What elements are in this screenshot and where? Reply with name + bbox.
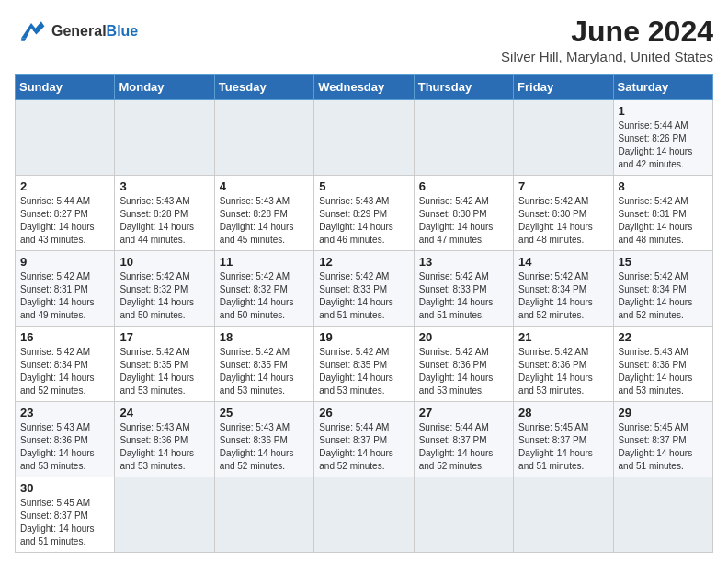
calendar-cell: 9Sunrise: 5:42 AM Sunset: 8:31 PM Daylig…: [16, 251, 115, 327]
calendar-cell: 28Sunrise: 5:45 AM Sunset: 8:37 PM Dayli…: [514, 402, 613, 477]
day-info: Sunrise: 5:42 AM Sunset: 8:32 PM Dayligh…: [220, 270, 309, 322]
week-row-4: 16Sunrise: 5:42 AM Sunset: 8:34 PM Dayli…: [16, 327, 713, 402]
day-info: Sunrise: 5:42 AM Sunset: 8:31 PM Dayligh…: [619, 195, 708, 247]
calendar-cell: 27Sunrise: 5:44 AM Sunset: 8:37 PM Dayli…: [414, 402, 513, 477]
logo-text: GeneralBlue: [51, 23, 138, 40]
week-row-6: 30Sunrise: 5:45 AM Sunset: 8:37 PM Dayli…: [16, 477, 713, 553]
day-info: Sunrise: 5:42 AM Sunset: 8:36 PM Dayligh…: [419, 346, 508, 397]
day-info: Sunrise: 5:42 AM Sunset: 8:35 PM Dayligh…: [319, 346, 408, 397]
calendar-cell: [514, 477, 613, 553]
day-number: 4: [220, 179, 309, 193]
day-number: 16: [20, 330, 109, 344]
weekday-header-friday: Friday: [514, 75, 613, 100]
calendar-cell: [414, 100, 513, 176]
calendar-cell: [314, 477, 414, 553]
calendar-cell: 19Sunrise: 5:42 AM Sunset: 8:35 PM Dayli…: [314, 327, 414, 402]
weekday-header-thursday: Thursday: [414, 75, 513, 100]
day-number: 17: [119, 330, 209, 344]
calendar-cell: 29Sunrise: 5:45 AM Sunset: 8:37 PM Dayli…: [613, 402, 712, 477]
day-info: Sunrise: 5:44 AM Sunset: 8:37 PM Dayligh…: [319, 421, 408, 473]
day-number: 26: [319, 406, 408, 419]
calendar-cell: 2Sunrise: 5:44 AM Sunset: 8:27 PM Daylig…: [16, 176, 115, 251]
week-row-5: 23Sunrise: 5:43 AM Sunset: 8:36 PM Dayli…: [16, 402, 713, 477]
day-number: 23: [20, 406, 109, 419]
day-number: 18: [220, 330, 309, 344]
day-number: 15: [619, 255, 708, 269]
day-number: 9: [20, 255, 109, 269]
day-info: Sunrise: 5:42 AM Sunset: 8:30 PM Dayligh…: [419, 195, 508, 247]
weekday-header-tuesday: Tuesday: [214, 75, 313, 100]
calendar-cell: [514, 100, 613, 176]
svg-marker-0: [21, 21, 44, 38]
day-info: Sunrise: 5:43 AM Sunset: 8:36 PM Dayligh…: [119, 421, 209, 473]
page-header: GeneralBlue June 2024 Silver Hill, Maryl…: [15, 15, 713, 64]
day-number: 5: [319, 179, 408, 193]
day-number: 20: [419, 330, 508, 344]
calendar-cell: 26Sunrise: 5:44 AM Sunset: 8:37 PM Dayli…: [314, 402, 414, 477]
calendar-cell: 4Sunrise: 5:43 AM Sunset: 8:28 PM Daylig…: [214, 176, 313, 251]
day-info: Sunrise: 5:43 AM Sunset: 8:28 PM Dayligh…: [119, 195, 209, 247]
day-info: Sunrise: 5:42 AM Sunset: 8:30 PM Dayligh…: [518, 195, 608, 247]
calendar-cell: 21Sunrise: 5:42 AM Sunset: 8:36 PM Dayli…: [514, 327, 613, 402]
day-info: Sunrise: 5:42 AM Sunset: 8:35 PM Dayligh…: [220, 346, 309, 397]
day-info: Sunrise: 5:42 AM Sunset: 8:35 PM Dayligh…: [119, 346, 209, 397]
svg-marker-1: [21, 38, 26, 41]
calendar-cell: 30Sunrise: 5:45 AM Sunset: 8:37 PM Dayli…: [16, 477, 115, 553]
calendar-cell: [16, 100, 115, 176]
calendar-cell: 12Sunrise: 5:42 AM Sunset: 8:33 PM Dayli…: [314, 251, 414, 327]
day-number: 14: [518, 255, 608, 269]
calendar-title-block: June 2024 Silver Hill, Maryland, United …: [501, 15, 713, 64]
calendar-cell: [613, 477, 712, 553]
day-info: Sunrise: 5:42 AM Sunset: 8:34 PM Dayligh…: [518, 270, 608, 322]
day-number: 30: [20, 481, 109, 495]
weekday-header-row: SundayMondayTuesdayWednesdayThursdayFrid…: [16, 75, 713, 100]
day-info: Sunrise: 5:45 AM Sunset: 8:37 PM Dayligh…: [619, 421, 708, 473]
day-info: Sunrise: 5:42 AM Sunset: 8:34 PM Dayligh…: [619, 270, 708, 322]
day-number: 19: [319, 330, 408, 344]
day-info: Sunrise: 5:45 AM Sunset: 8:37 PM Dayligh…: [518, 421, 608, 473]
calendar-cell: [414, 477, 513, 553]
calendar-cell: 8Sunrise: 5:42 AM Sunset: 8:31 PM Daylig…: [613, 176, 712, 251]
calendar-title: June 2024: [501, 15, 713, 49]
calendar-cell: [214, 100, 313, 176]
week-row-2: 2Sunrise: 5:44 AM Sunset: 8:27 PM Daylig…: [16, 176, 713, 251]
calendar-cell: 23Sunrise: 5:43 AM Sunset: 8:36 PM Dayli…: [16, 402, 115, 477]
day-info: Sunrise: 5:43 AM Sunset: 8:36 PM Dayligh…: [20, 421, 109, 473]
logo-icon: [15, 15, 48, 48]
calendar-cell: 20Sunrise: 5:42 AM Sunset: 8:36 PM Dayli…: [414, 327, 513, 402]
day-info: Sunrise: 5:42 AM Sunset: 8:33 PM Dayligh…: [419, 270, 508, 322]
day-info: Sunrise: 5:44 AM Sunset: 8:26 PM Dayligh…: [619, 120, 708, 171]
calendar-table: SundayMondayTuesdayWednesdayThursdayFrid…: [15, 74, 713, 553]
day-number: 28: [518, 406, 608, 419]
calendar-cell: [115, 100, 214, 176]
calendar-cell: [314, 100, 414, 176]
calendar-cell: [214, 477, 313, 553]
weekday-header-wednesday: Wednesday: [314, 75, 414, 100]
day-number: 24: [119, 406, 209, 419]
week-row-1: 1Sunrise: 5:44 AM Sunset: 8:26 PM Daylig…: [16, 100, 713, 176]
day-info: Sunrise: 5:44 AM Sunset: 8:27 PM Dayligh…: [20, 195, 109, 247]
calendar-cell: 17Sunrise: 5:42 AM Sunset: 8:35 PM Dayli…: [115, 327, 214, 402]
calendar-cell: 15Sunrise: 5:42 AM Sunset: 8:34 PM Dayli…: [613, 251, 712, 327]
day-info: Sunrise: 5:42 AM Sunset: 8:31 PM Dayligh…: [20, 270, 109, 322]
weekday-header-sunday: Sunday: [16, 75, 115, 100]
day-info: Sunrise: 5:42 AM Sunset: 8:32 PM Dayligh…: [119, 270, 209, 322]
week-row-3: 9Sunrise: 5:42 AM Sunset: 8:31 PM Daylig…: [16, 251, 713, 327]
calendar-cell: 18Sunrise: 5:42 AM Sunset: 8:35 PM Dayli…: [214, 327, 313, 402]
calendar-cell: 3Sunrise: 5:43 AM Sunset: 8:28 PM Daylig…: [115, 176, 214, 251]
calendar-cell: 24Sunrise: 5:43 AM Sunset: 8:36 PM Dayli…: [115, 402, 214, 477]
weekday-header-monday: Monday: [115, 75, 214, 100]
day-info: Sunrise: 5:45 AM Sunset: 8:37 PM Dayligh…: [20, 497, 109, 548]
day-number: 8: [619, 179, 708, 193]
calendar-cell: 10Sunrise: 5:42 AM Sunset: 8:32 PM Dayli…: [115, 251, 214, 327]
calendar-cell: [115, 477, 214, 553]
calendar-cell: 14Sunrise: 5:42 AM Sunset: 8:34 PM Dayli…: [514, 251, 613, 327]
calendar-cell: 6Sunrise: 5:42 AM Sunset: 8:30 PM Daylig…: [414, 176, 513, 251]
day-number: 29: [619, 406, 708, 419]
logo: GeneralBlue: [15, 15, 138, 48]
day-number: 2: [20, 179, 109, 193]
calendar-cell: 13Sunrise: 5:42 AM Sunset: 8:33 PM Dayli…: [414, 251, 513, 327]
day-number: 6: [419, 179, 508, 193]
day-number: 10: [119, 255, 209, 269]
day-number: 21: [518, 330, 608, 344]
